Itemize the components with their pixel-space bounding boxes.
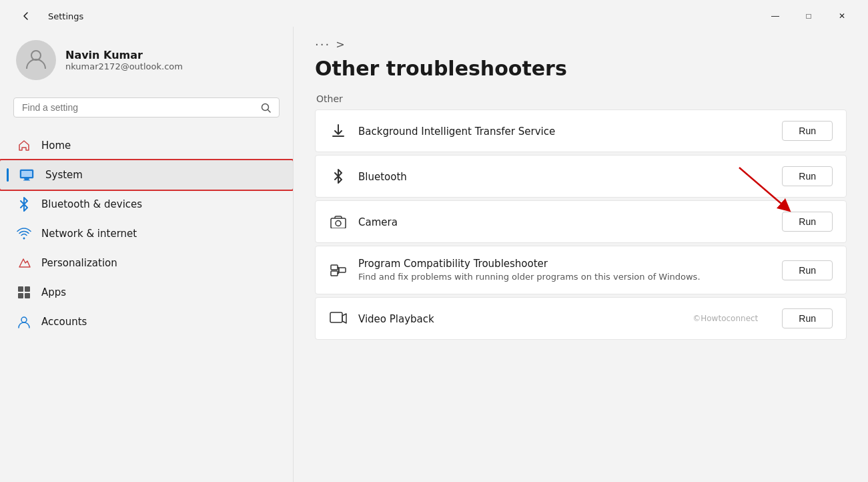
avatar-icon — [24, 46, 48, 75]
troubleshooter-compatibility: Program Compatibility Troubleshooter Fin… — [315, 246, 847, 294]
bluetooth-ts-text: Bluetooth — [358, 170, 771, 183]
compatibility-ts-text: Program Compatibility Troubleshooter Fin… — [358, 257, 771, 283]
compatibility-ts-desc: Find and fix problems with running older… — [358, 271, 771, 283]
sidebar-item-apps-label: Apps — [41, 286, 66, 298]
sidebar-item-apps[interactable]: Apps — [0, 278, 293, 307]
sidebar-item-bluetooth-label: Bluetooth & devices — [41, 198, 142, 210]
bits-text: Background Intelligent Transfer Service — [358, 125, 771, 138]
home-icon — [16, 138, 32, 154]
nav-items: Home System — [0, 128, 293, 339]
sidebar-item-home[interactable]: Home — [0, 131, 293, 160]
sidebar: Navin Kumar nkumar2172@outlook.com — [0, 27, 294, 482]
bluetooth-ts-icon — [329, 169, 348, 184]
sidebar-item-network[interactable]: Network & internet — [0, 219, 293, 248]
search-input[interactable] — [22, 102, 256, 113]
troubleshooter-camera: Camera Run — [315, 200, 847, 243]
user-profile[interactable]: Navin Kumar nkumar2172@outlook.com — [0, 27, 293, 93]
svg-point-0 — [31, 51, 41, 60]
sidebar-item-personalization-label: Personalization — [41, 257, 117, 269]
camera-run-button[interactable]: Run — [782, 212, 833, 232]
sidebar-item-system-label: System — [45, 169, 83, 181]
sidebar-item-accounts-label: Accounts — [41, 316, 87, 328]
svg-rect-4 — [23, 180, 30, 181]
personalization-icon — [16, 255, 32, 271]
sidebar-item-personalization[interactable]: Personalization — [0, 248, 293, 278]
svg-rect-16 — [330, 312, 342, 322]
user-email: nkumar2172@outlook.com — [65, 61, 183, 71]
svg-rect-3 — [21, 171, 32, 177]
system-icon — [19, 167, 35, 183]
svg-rect-7 — [18, 293, 23, 298]
app-title: Settings — [48, 11, 83, 21]
compatibility-ts-title: Program Compatibility Troubleshooter — [358, 258, 548, 270]
svg-rect-6 — [25, 286, 30, 292]
svg-rect-15 — [339, 268, 346, 272]
minimize-button[interactable]: — — [760, 5, 791, 27]
avatar — [16, 40, 56, 80]
app-container: Navin Kumar nkumar2172@outlook.com — [0, 27, 868, 482]
video-icon — [329, 312, 348, 325]
network-icon — [16, 226, 32, 242]
bits-run-button[interactable]: Run — [782, 121, 833, 141]
breadcrumb-dots[interactable]: ··· — [315, 37, 330, 51]
svg-rect-10 — [331, 218, 346, 228]
compatibility-icon — [329, 263, 348, 278]
user-info: Navin Kumar nkumar2172@outlook.com — [65, 49, 183, 71]
svg-rect-5 — [18, 286, 23, 292]
video-run-button[interactable]: Run — [782, 308, 833, 328]
section-label: Other — [315, 93, 847, 104]
main-content: ··· > Other troubleshooters Other Backgr… — [294, 27, 868, 482]
bits-title: Background Intelligent Transfer Service — [358, 126, 555, 138]
compatibility-run-button[interactable]: Run — [782, 260, 833, 280]
sidebar-item-home-label: Home — [41, 140, 71, 152]
svg-rect-13 — [331, 265, 338, 270]
titlebar: Settings — □ ✕ — [0, 0, 868, 27]
video-ts-title: Video Playback — [358, 313, 434, 325]
window-controls: — □ ✕ — [760, 5, 857, 27]
breadcrumb-sep: > — [336, 38, 344, 51]
watermark: ©Howtoconnect — [693, 314, 758, 323]
sidebar-item-accounts[interactable]: Accounts — [0, 307, 293, 336]
troubleshooter-bits: Background Intelligent Transfer Service … — [315, 109, 847, 152]
svg-rect-8 — [25, 293, 30, 298]
camera-ts-title: Camera — [358, 216, 398, 228]
accounts-icon — [16, 314, 32, 330]
troubleshooter-list: Background Intelligent Transfer Service … — [315, 109, 847, 340]
svg-point-9 — [21, 317, 27, 322]
sidebar-item-network-label: Network & internet — [41, 228, 137, 240]
breadcrumb: ··· > — [315, 37, 847, 51]
page-title: Other troubleshooters — [315, 57, 847, 80]
titlebar-left: Settings — [11, 5, 83, 27]
bluetooth-ts-title: Bluetooth — [358, 171, 407, 183]
bluetooth-icon — [16, 196, 32, 212]
svg-point-11 — [336, 221, 341, 226]
bits-icon — [329, 124, 348, 138]
troubleshooter-bluetooth: Bluetooth Run — [315, 155, 847, 198]
bluetooth-run-button[interactable]: Run — [782, 166, 833, 186]
camera-ts-text: Camera — [358, 216, 771, 228]
apps-icon — [16, 284, 32, 300]
sidebar-item-bluetooth[interactable]: Bluetooth & devices — [0, 190, 293, 219]
troubleshooter-video: Video Playback ©Howtoconnect Run — [315, 297, 847, 340]
camera-icon — [329, 215, 348, 228]
search-icon[interactable] — [261, 103, 271, 113]
maximize-button[interactable]: □ — [793, 5, 824, 27]
svg-rect-14 — [331, 271, 338, 276]
user-name: Navin Kumar — [65, 49, 183, 61]
search-container — [0, 93, 293, 128]
close-button[interactable]: ✕ — [827, 5, 857, 27]
sidebar-item-system[interactable]: System — [0, 160, 293, 190]
video-ts-text: Video Playback — [358, 312, 682, 325]
search-box — [13, 97, 280, 117]
back-button[interactable] — [11, 5, 41, 27]
